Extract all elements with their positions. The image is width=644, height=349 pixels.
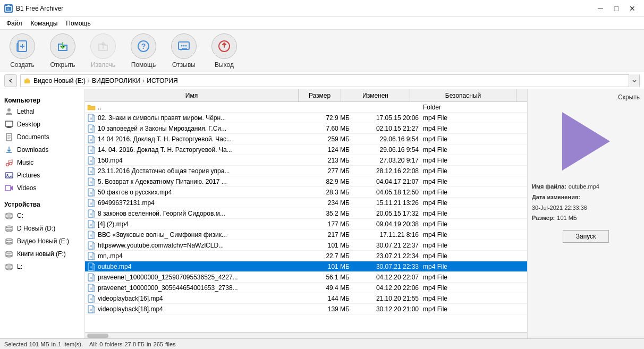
- col-header-size[interactable]: Размер: [299, 89, 341, 101]
- menu-commands[interactable]: Команды: [27, 19, 62, 28]
- table-row[interactable]: 694996372131.mp4234 МБ15.11.21 13:26mp4 …: [85, 198, 527, 208]
- table-row[interactable]: praveenet_10000000_125907095536525_4227.…: [85, 272, 527, 283]
- size-value: 101 МБ: [557, 213, 577, 224]
- svg-point-20: [10, 163, 12, 165]
- sidebar-item-e[interactable]: Видео Новый (E:): [0, 235, 84, 248]
- create-icon: [10, 33, 35, 59]
- svg-point-6: [183, 45, 185, 46]
- file-size: 22.7 МБ: [309, 252, 352, 260]
- table-row[interactable]: outube.mp4101 МБ30.07.21 22:33mp4 File: [85, 261, 527, 272]
- file-type: mp4 File: [421, 242, 527, 249]
- status-all-label: All:: [89, 341, 97, 347]
- table-row[interactable]: 02. Знаки и символы правят миром. Чёрн..…: [85, 113, 527, 123]
- help-button[interactable]: ? Помощь: [128, 33, 159, 69]
- menu-help[interactable]: Помощь: [62, 19, 95, 28]
- create-button[interactable]: Создать: [6, 33, 38, 69]
- table-row[interactable]: videoplayback[16].mp4144 МБ21.10.20 21:5…: [85, 293, 527, 304]
- table-row[interactable]: ..Folder: [85, 102, 527, 113]
- file-name: outube.mp4: [98, 263, 131, 270]
- drive-l-icon: [4, 262, 14, 271]
- titlebar: B1 Free Archiver ─ □ ✕: [0, 0, 644, 17]
- sidebar-item-downloads[interactable]: Downloads: [0, 143, 84, 156]
- status-in2-label: in: [147, 341, 151, 347]
- video-icon: [87, 146, 96, 154]
- video-icon: [87, 305, 96, 313]
- file-size: 7.60 МБ: [309, 125, 352, 132]
- file-name: httpswww.youtube.comwatchv=NaWzlCLD...: [98, 242, 224, 249]
- col-header-name[interactable]: Имя: [85, 89, 299, 101]
- file-type: mp4 File: [421, 231, 527, 239]
- status-item-count: 1: [58, 341, 61, 347]
- file-type: mp4 File: [421, 284, 527, 292]
- video-icon: [87, 220, 96, 228]
- sidebar-item-videos[interactable]: Videos: [0, 182, 84, 194]
- sidebar-item-l[interactable]: L:: [0, 260, 84, 273]
- table-row[interactable]: 50 фактов о русских.mp428.3 МБ04.05.18 1…: [85, 187, 527, 198]
- sidebar-item-music[interactable]: Music: [0, 156, 84, 169]
- col-header-safe[interactable]: Безопасный: [410, 89, 516, 101]
- file-modified: 28.12.16 22:08: [352, 167, 421, 175]
- svg-point-26: [6, 213, 12, 215]
- feedback-button[interactable]: Отзывы: [168, 33, 200, 69]
- menubar: Файл Команды Помощь: [0, 17, 644, 30]
- hide-preview-button[interactable]: Скрыть: [618, 93, 640, 101]
- video-icon: [87, 252, 96, 260]
- titlebar-left: B1 Free Archiver: [4, 4, 63, 13]
- status-selected-size: 101 МБ: [29, 341, 49, 347]
- table-row[interactable]: 14. 04. 2016. Доклад Т. Н. Расторгуевой.…: [85, 144, 527, 155]
- table-row[interactable]: 10 заповедей и Законы Мироздания. Г.Си..…: [85, 123, 527, 134]
- sidebar-item-desktop[interactable]: Desktop: [0, 118, 84, 131]
- table-row[interactable]: ВВС «Звуковые волны_ Симфония физик...21…: [85, 229, 527, 240]
- preview-info: Имя файла: outube.mp4 Дата изменения: 30…: [532, 182, 640, 224]
- downloads-icon: [4, 145, 14, 155]
- sidebar-item-f[interactable]: Книги новый (F:): [0, 248, 84, 260]
- table-row[interactable]: 23.11.2016 Достаточно общая теория упра.…: [85, 166, 527, 176]
- extract-label: Извлечь: [91, 61, 115, 69]
- file-type: mp4 File: [421, 146, 527, 154]
- main-area: Компьютер Lethal Desktop Documents Downl…: [0, 89, 644, 338]
- addr-dropdown-button[interactable]: [629, 74, 639, 87]
- sidebar-label-videos: Videos: [17, 184, 36, 192]
- file-modified: 04.12.20 22:06: [352, 284, 421, 292]
- date-value: 30-Jul-2021 22:33:36: [532, 203, 587, 214]
- open-button[interactable]: Открыть: [47, 33, 79, 69]
- menu-file[interactable]: Файл: [2, 19, 27, 28]
- drive-d-icon: [4, 224, 14, 233]
- minimize-button[interactable]: ─: [593, 3, 608, 14]
- exit-button[interactable]: Выход: [208, 33, 240, 69]
- table-row[interactable]: 8 законов вселенной. Георгий Сидоров.м..…: [85, 208, 527, 219]
- sidebar-item-lethal[interactable]: Lethal: [0, 105, 84, 118]
- sidebar-item-d[interactable]: D Новый (D:): [0, 222, 84, 235]
- file-type: mp4 File: [421, 199, 527, 207]
- sidebar-item-c[interactable]: C:: [0, 209, 84, 222]
- sidebar-label-pictures: Pictures: [17, 172, 40, 179]
- open-icon: [50, 33, 75, 59]
- file-name: praveenet_10000000_305644654001653_2738.…: [98, 284, 238, 292]
- table-row[interactable]: mn,.mp422.7 МБ23.07.21 22:34mp4 File: [85, 251, 527, 261]
- table-row[interactable]: [4] (2).mp4177 МБ09.04.19 20:38mp4 File: [85, 219, 527, 229]
- svg-rect-11: [5, 121, 13, 126]
- table-row[interactable]: videoplayback[18].mp4139 МБ30.12.20 21:0…: [85, 304, 527, 314]
- file-type: mp4 File: [421, 295, 527, 302]
- close-button[interactable]: ✕: [625, 3, 640, 14]
- video-icon: [87, 199, 96, 207]
- sidebar-item-documents[interactable]: Documents: [0, 131, 84, 143]
- file-size: 213 МБ: [309, 157, 352, 164]
- table-row[interactable]: httpswww.youtube.comwatchv=NaWzlCLD...10…: [85, 240, 527, 251]
- addressbar: Видео Новый (E:) › ВИДЕОРОЛИКИ › ИСТОРИЯ: [0, 72, 644, 89]
- table-row[interactable]: 14 04 2016. Доклад Т. Н. Расторгуевой. Ч…: [85, 134, 527, 144]
- extract-button[interactable]: Извлечь: [87, 33, 119, 69]
- table-row[interactable]: 150.mp4213 МБ27.03.20 9:17mp4 File: [85, 155, 527, 166]
- table-row[interactable]: praveenet_10000000_305644654001653_2738.…: [85, 283, 527, 293]
- file-modified: 17.05.15 20:06: [352, 114, 421, 122]
- exit-label: Выход: [215, 61, 234, 69]
- file-modified: 04.12.20 22:07: [352, 274, 421, 281]
- maximize-button[interactable]: □: [609, 3, 624, 14]
- filelist-scroll[interactable]: ..Folder02. Знаки и символы правят миром…: [85, 102, 527, 332]
- sidebar-item-pictures[interactable]: Pictures: [0, 169, 84, 182]
- col-header-modified[interactable]: Изменен: [341, 89, 410, 101]
- back-button[interactable]: [4, 74, 17, 87]
- table-row[interactable]: 5. Возврат к Адекватному Питанию. 2017 .…: [85, 176, 527, 187]
- launch-button[interactable]: Запуск: [563, 230, 609, 243]
- file-size: 124 МБ: [309, 146, 352, 154]
